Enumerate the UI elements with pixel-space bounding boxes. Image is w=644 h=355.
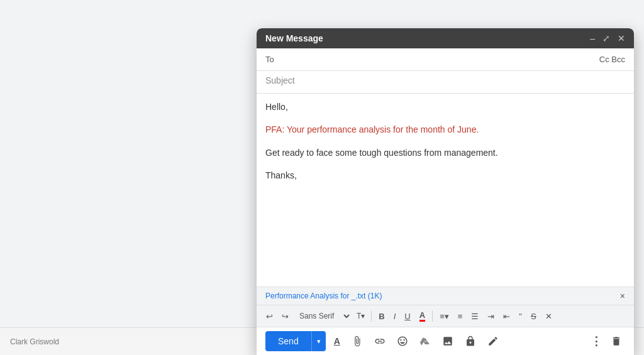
font-family-select[interactable]: Sans Serif Serif Monospace [294,309,352,323]
align-button[interactable]: ≡▾ [436,309,452,324]
expand-button[interactable]: ⤢ [602,34,610,43]
drive-button[interactable] [416,332,434,350]
bold-button[interactable]: B [375,309,387,324]
photo-icon [442,336,453,347]
indent-left-button[interactable]: ⇤ [500,309,513,324]
window-title: New Message [265,33,323,43]
link-icon [374,336,386,347]
emoji-icon [397,336,408,347]
bottom-right-controls: ⋮ [587,331,625,351]
attach-file-button[interactable] [348,332,366,350]
attachment-remove-button[interactable]: × [620,291,625,301]
body-line-4: Thanks, [265,168,625,182]
emoji-button[interactable] [394,332,411,350]
body-line-3: Get ready to face some tough questions f… [265,146,625,160]
body-line-1: Hello, [265,100,625,114]
redo-button[interactable]: ↪ [279,309,292,324]
cc-bcc-button[interactable]: Cc Bcc [599,55,625,64]
signature-button[interactable] [484,332,502,350]
undo-button[interactable]: ↩ [263,309,276,324]
title-bar: New Message – ⤢ ✕ [257,28,634,48]
window-controls: – ⤢ ✕ [590,34,625,43]
attachment-name[interactable]: Performance Analysis for _.txt (1K) [265,292,382,300]
clear-format-button[interactable]: ✕ [542,309,555,324]
separator-2 [432,310,433,322]
compose-window: New Message – ⤢ ✕ To Cc Bcc Hello, PFA: … [257,28,634,355]
email-body[interactable]: Hello, PFA: Your performance analysis fo… [257,94,634,287]
subject-row [257,71,634,94]
attachment-bar: Performance Analysis for _.txt (1K) × [257,287,634,305]
send-button[interactable]: Send [265,331,311,351]
body-line-2: PFA: Your performance analysis for the m… [265,123,625,136]
bottom-bar: Send ▾ A ⋮ [257,327,634,355]
minimize-button[interactable]: – [590,34,595,43]
subject-input[interactable] [265,75,625,85]
attach-icon [352,336,363,347]
photo-button[interactable] [439,332,457,350]
to-label: To [265,55,277,64]
formatting-toolbar: ↩ ↪ Sans Serif Serif Monospace T▾ B I U … [257,305,634,327]
underline-button[interactable]: U [401,309,413,324]
ordered-list-button[interactable]: ≡ [455,309,466,324]
insert-link-button[interactable] [371,332,389,350]
italic-button[interactable]: I [391,309,399,324]
drive-icon [419,336,431,347]
confidential-button[interactable] [462,332,479,350]
send-dropdown-button[interactable]: ▾ [311,331,326,351]
format-options-button[interactable]: A [331,333,343,349]
indent-right-button[interactable]: ⇥ [484,309,497,324]
blockquote-button[interactable]: " [516,309,525,324]
lock-icon [465,336,476,347]
to-input[interactable] [282,55,599,65]
trash-icon [611,336,622,347]
more-options-button[interactable]: ⋮ [587,331,605,351]
strikethrough-button[interactable]: S [528,309,540,324]
discard-button[interactable] [608,332,625,350]
send-group: Send ▾ [265,331,326,351]
separator-1 [371,310,372,322]
text-color-button[interactable]: A [416,308,428,324]
font-size-button[interactable]: T▾ [354,310,367,322]
bg-text: Clark Griswold [10,337,59,346]
unordered-list-button[interactable]: ☰ [468,309,482,324]
to-row: To Cc Bcc [257,48,634,71]
close-button[interactable]: ✕ [618,34,625,43]
signature-icon [487,336,499,347]
